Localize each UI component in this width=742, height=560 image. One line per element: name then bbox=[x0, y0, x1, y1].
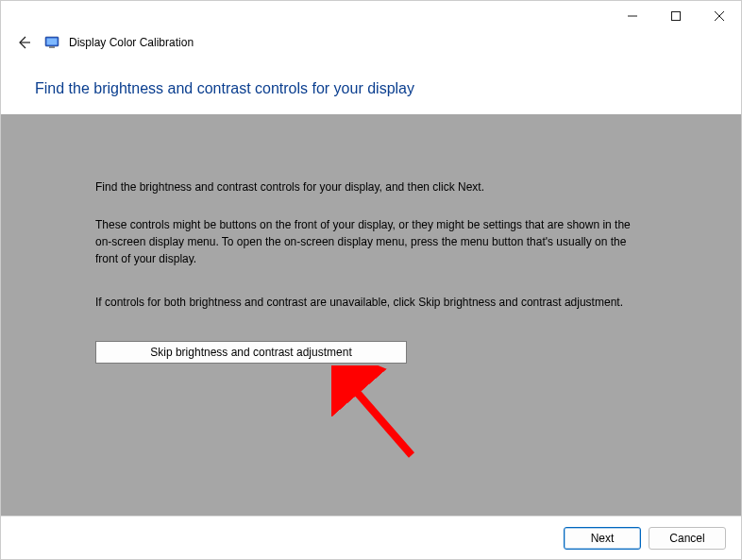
svg-rect-7 bbox=[49, 46, 55, 48]
content-area: Find the brightness and contrast control… bbox=[1, 114, 741, 517]
back-button[interactable] bbox=[12, 31, 35, 54]
footer: Next Cancel bbox=[1, 516, 741, 559]
skip-brightness-contrast-button[interactable]: Skip brightness and contrast adjustment bbox=[95, 341, 407, 364]
window-titlebar bbox=[1, 1, 741, 29]
minimize-button[interactable] bbox=[611, 3, 654, 29]
next-button[interactable]: Next bbox=[564, 527, 641, 550]
app-title: Display Color Calibration bbox=[69, 36, 194, 49]
svg-line-3 bbox=[715, 11, 724, 21]
monitor-icon bbox=[44, 35, 59, 50]
instruction-text-1: Find the brightness and contrast control… bbox=[95, 178, 647, 195]
page-title: Find the brightness and contrast control… bbox=[1, 63, 741, 114]
svg-rect-6 bbox=[47, 39, 58, 45]
svg-rect-1 bbox=[672, 12, 681, 21]
svg-line-2 bbox=[715, 11, 724, 21]
cancel-button[interactable]: Cancel bbox=[649, 527, 726, 550]
header: Display Color Calibration bbox=[1, 29, 741, 63]
instruction-text-3: If controls for both brightness and cont… bbox=[95, 294, 647, 311]
maximize-button[interactable] bbox=[654, 3, 698, 29]
close-button[interactable] bbox=[698, 3, 741, 29]
instruction-text-2: These controls might be buttons on the f… bbox=[95, 216, 647, 267]
